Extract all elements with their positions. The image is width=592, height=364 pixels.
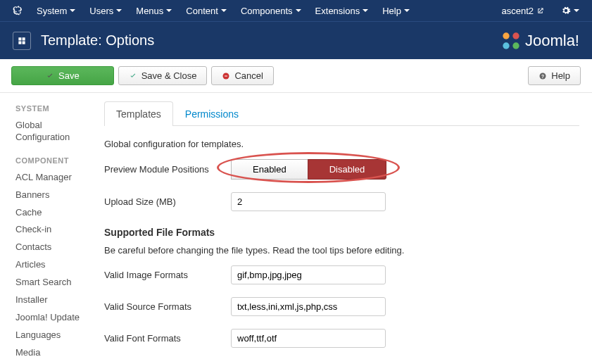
check-icon <box>129 72 137 80</box>
page-header: Template: Options Joomla! <box>0 21 592 59</box>
row-image-formats: Valid Image Formats <box>104 265 579 284</box>
nav-label: Menus <box>136 6 163 16</box>
input-image-formats[interactable] <box>231 265 386 284</box>
nav-label: Components <box>241 6 293 16</box>
sidebar-item-global-config[interactable]: Global Configuration <box>15 117 86 146</box>
sidebar-item-media[interactable]: Media <box>15 344 86 362</box>
form-description: Global configuration for templates. <box>104 139 579 149</box>
label-upload-size: Upload Size (MB) <box>104 196 231 207</box>
brand-text: Joomla! <box>525 32 579 50</box>
heading-file-formats: Supported File Formats <box>104 227 579 238</box>
content-panel: Templates Permissions Global configurati… <box>92 93 592 364</box>
nav-extensions[interactable]: Extensions <box>308 1 376 20</box>
joomla-icon[interactable] <box>6 1 30 20</box>
sidebar-item-cache[interactable]: Cache <box>15 204 86 222</box>
tab-templates[interactable]: Templates <box>104 101 173 126</box>
nav-help[interactable]: Help <box>375 1 417 20</box>
input-source-formats[interactable] <box>231 297 386 316</box>
nav-system[interactable]: System <box>30 1 82 20</box>
external-link-icon <box>536 7 544 15</box>
save-button[interactable]: Save <box>11 66 114 85</box>
save-close-button[interactable]: Save & Close <box>118 66 208 85</box>
joomla-logo-icon <box>501 31 521 51</box>
caret-down-icon <box>166 9 172 12</box>
sidebar-item-banners[interactable]: Banners <box>15 187 86 204</box>
sidebar: SYSTEM Global Configuration COMPONENT AC… <box>0 93 92 364</box>
caret-down-icon <box>363 9 368 12</box>
sidebar-item-installer[interactable]: Installer <box>15 291 86 309</box>
sidebar-item-menus[interactable]: Menus <box>15 362 86 364</box>
label-image-formats: Valid Image Formats <box>104 270 231 280</box>
nav-label: Extensions <box>315 6 360 16</box>
row-font-formats: Valid Font Formats <box>104 329 579 348</box>
sidebar-item-joomla-update[interactable]: Joomla! Update <box>15 309 86 327</box>
nav-content[interactable]: Content <box>179 1 234 20</box>
page-title: Template: Options <box>41 32 154 49</box>
sidebar-item-smartsearch[interactable]: Smart Search <box>15 274 86 291</box>
svg-text:?: ? <box>541 73 544 78</box>
nav-label: Help <box>382 6 401 16</box>
sidebar-item-languages[interactable]: Languages <box>15 327 86 344</box>
cancel-icon <box>222 72 230 80</box>
svg-point-0 <box>503 32 509 39</box>
label-font-formats: Valid Font Formats <box>104 333 231 344</box>
caret-down-icon <box>404 9 410 12</box>
brand-logo: Joomla! <box>501 31 579 51</box>
input-font-formats[interactable] <box>231 329 386 348</box>
row-upload-size: Upload Size (MB) <box>104 192 579 211</box>
button-label: Cancel <box>234 70 263 81</box>
warning-file-formats: Be careful before changing the file type… <box>104 245 579 256</box>
nav-components[interactable]: Components <box>234 1 308 20</box>
top-navbar: System Users Menus Content Components Ex… <box>0 0 592 21</box>
caret-down-icon <box>296 9 301 12</box>
label-preview-positions: Preview Module Positions <box>104 164 231 175</box>
help-icon: ? <box>539 72 547 80</box>
header-icon <box>13 32 31 50</box>
svg-point-3 <box>512 42 519 49</box>
svg-point-2 <box>503 42 509 49</box>
gear-icon <box>561 6 571 15</box>
settings-menu[interactable] <box>554 1 586 20</box>
nav-menus[interactable]: Menus <box>129 1 179 20</box>
label-source-formats: Valid Source Formats <box>104 301 231 312</box>
action-toolbar: Save Save & Close Cancel ? Help <box>0 59 592 93</box>
nav-label: Content <box>186 6 218 16</box>
sidebar-heading-component: COMPONENT <box>15 156 86 165</box>
main-area: SYSTEM Global Configuration COMPONENT AC… <box>0 93 592 364</box>
caret-down-icon <box>70 9 75 12</box>
toggle-enabled[interactable]: Enabled <box>231 159 308 180</box>
toggle-disabled[interactable]: Disabled <box>308 159 387 180</box>
caret-down-icon <box>221 9 227 12</box>
caret-down-icon <box>574 9 579 12</box>
button-label: Help <box>551 70 570 81</box>
sidebar-heading-system: SYSTEM <box>15 104 86 113</box>
site-name: ascent2 <box>501 6 534 16</box>
toggle-preview-positions: Enabled Disabled <box>231 159 386 180</box>
svg-point-1 <box>512 32 519 39</box>
help-button[interactable]: ? Help <box>528 66 581 85</box>
row-preview-positions: Preview Module Positions Enabled Disable… <box>104 159 579 180</box>
sidebar-item-articles[interactable]: Articles <box>15 256 86 274</box>
check-icon <box>46 72 54 80</box>
row-source-formats: Valid Source Formats <box>104 297 579 316</box>
tabs: Templates Permissions <box>104 101 579 126</box>
nav-users[interactable]: Users <box>82 1 129 20</box>
nav-label: System <box>37 6 67 16</box>
caret-down-icon <box>116 9 122 12</box>
button-label: Save & Close <box>141 70 197 81</box>
nav-label: Users <box>89 6 113 16</box>
input-upload-size[interactable] <box>231 192 386 211</box>
cancel-button[interactable]: Cancel <box>211 66 273 85</box>
topnav-left: System Users Menus Content Components Ex… <box>6 1 417 20</box>
topnav-right: ascent2 <box>494 1 586 20</box>
sidebar-item-acl[interactable]: ACL Manager <box>15 169 86 187</box>
tab-permissions[interactable]: Permissions <box>173 101 251 126</box>
button-label: Save <box>58 70 80 81</box>
sidebar-item-checkin[interactable]: Check-in <box>15 221 86 239</box>
site-link[interactable]: ascent2 <box>494 1 551 20</box>
sidebar-item-contacts[interactable]: Contacts <box>15 239 86 256</box>
